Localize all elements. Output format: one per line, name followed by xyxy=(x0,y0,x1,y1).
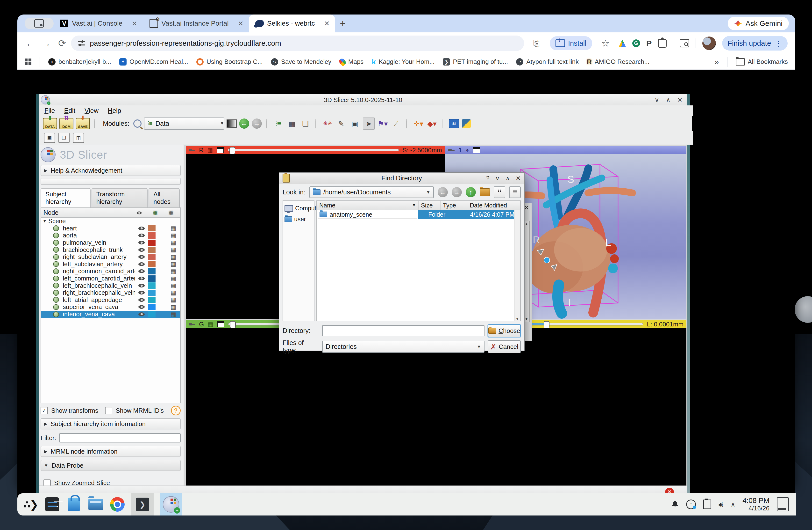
node-row[interactable]: right_subclavian_artery▦ xyxy=(41,253,180,261)
scroll-up-icon[interactable]: ▲ xyxy=(525,222,528,226)
visibility-eye-icon[interactable] xyxy=(135,277,148,280)
ruler-icon[interactable]: ⟋ xyxy=(391,118,402,129)
save-button[interactable]: ⬇SAVE xyxy=(76,118,90,129)
ask-gemini-button[interactable]: Ask Gemini xyxy=(728,17,789,30)
color-swatch[interactable] xyxy=(148,225,156,232)
new-folder-button[interactable] xyxy=(480,189,490,196)
node-row[interactable]: right_common_carotid_artery▦ xyxy=(41,268,180,275)
visibility-eye-icon[interactable] xyxy=(135,269,148,273)
scrollbar[interactable]: ▼ xyxy=(514,210,520,321)
slider-handle[interactable] xyxy=(230,147,235,154)
visibility-eye-icon[interactable] xyxy=(135,305,148,309)
node-row[interactable]: right_brachiocephalic_vein▦ xyxy=(41,289,180,296)
software-center-button[interactable] xyxy=(66,497,82,512)
annotate-pen-icon[interactable]: ✎ xyxy=(336,118,347,129)
file-row-anatomy-scene[interactable]: anatomy_scene Folder 4/16/26 4:07 PM xyxy=(317,210,520,219)
show-module-panel-icon[interactable]: ⫶≡ xyxy=(273,118,284,129)
color-swatch[interactable] xyxy=(148,297,156,303)
finish-update-button[interactable]: Finish update ⋮ xyxy=(722,36,787,51)
site-settings-icon[interactable] xyxy=(78,40,85,46)
file-list[interactable]: Name▼ Size Type Date Modified anatomy_sc… xyxy=(316,200,521,321)
close-icon[interactable]: ✕ xyxy=(524,204,529,211)
node-row[interactable]: superior_vena_cava▦ xyxy=(41,304,180,311)
visibility-eye-icon[interactable] xyxy=(135,298,148,302)
slider-handle[interactable] xyxy=(230,321,236,329)
visibility-eye-icon[interactable] xyxy=(135,234,148,237)
crosshair-icon[interactable]: ✛▾ xyxy=(413,118,424,129)
address-bar[interactable]: passenger-profession-representations-gig… xyxy=(71,36,524,51)
visibility-column-icon[interactable] xyxy=(132,209,146,217)
directory-input[interactable] xyxy=(322,325,484,336)
python-console-icon[interactable] xyxy=(462,119,471,128)
color-swatch[interactable] xyxy=(148,240,156,246)
color-swatch[interactable] xyxy=(148,304,156,310)
bookmark-kaggle[interactable]: kKaggle: Your Hom... xyxy=(372,58,435,66)
color-swatch[interactable] xyxy=(148,268,156,275)
window-layout-icon[interactable]: ▣ xyxy=(349,118,360,129)
scene-row[interactable]: ▼ Scene xyxy=(41,218,180,225)
tab-close-icon[interactable]: ✕ xyxy=(132,19,137,28)
app-launcher-button[interactable]: ∴❯ xyxy=(23,497,38,512)
show-desktop-button[interactable] xyxy=(777,497,789,511)
data-probe-section[interactable]: ▼ Data Probe xyxy=(41,460,181,471)
node-row[interactable]: left_atrial_appendage▦ xyxy=(41,296,180,304)
files-of-type-dropdown[interactable]: Directories ▼ xyxy=(322,341,484,353)
slice-view-menu-icon[interactable] xyxy=(217,321,224,327)
tab-transform-hierarchy[interactable]: Transform hierarchy xyxy=(91,188,148,207)
load-data-button[interactable]: ⬆DATA xyxy=(43,118,57,129)
colors-flag-icon[interactable]: ⚑▾ xyxy=(377,118,388,129)
volume-icon[interactable]: 🔊︎ xyxy=(719,500,723,509)
red-slice-slider[interactable] xyxy=(228,149,398,151)
grammarly-extension-icon[interactable]: G xyxy=(632,39,640,47)
close-icon[interactable]: ✕ xyxy=(516,175,521,182)
menu-edit[interactable]: Edit xyxy=(64,107,76,115)
tab-vast-portal[interactable]: Vast.ai Instance Portal ✕ xyxy=(143,14,249,32)
clock[interactable]: 4:08 PM 4/16/26 xyxy=(742,497,769,512)
place-user[interactable]: user xyxy=(283,214,314,225)
node-row[interactable]: heart▦ xyxy=(41,225,180,232)
mrml-node-information-section[interactable]: ▶ MRML node information xyxy=(41,446,181,457)
expanded-arrow-icon[interactable]: ▼ xyxy=(41,219,48,224)
bookmark-maps[interactable]: Maps xyxy=(339,58,364,66)
compare-view-icon[interactable]: ◫ xyxy=(73,133,84,143)
all-bookmarks-button[interactable]: All Bookmarks xyxy=(736,58,788,66)
column-type[interactable]: Type xyxy=(440,201,467,210)
pin-icon[interactable] xyxy=(448,149,454,152)
color-swatch[interactable] xyxy=(148,247,156,253)
back-button[interactable]: ← xyxy=(23,38,37,48)
notifications-bell-icon[interactable]: 🔔︎ xyxy=(671,500,679,509)
layout-cube-icon[interactable]: ▦ xyxy=(287,118,298,129)
tab-all-nodes[interactable]: All nodes xyxy=(148,188,180,207)
red-slice-controls[interactable]: R ▦ S: -2.5000mm xyxy=(186,146,445,154)
extensions-puzzle-icon[interactable] xyxy=(658,39,667,47)
transform-grid-icon[interactable]: ▦ xyxy=(166,246,180,253)
subject-hierarchy-tree[interactable]: ▼ Scene heart▦ aorta▦ pulmonary_vein▦ br… xyxy=(41,218,181,403)
terminal-button[interactable]: ❯ xyxy=(131,493,154,516)
view-menu-icon[interactable] xyxy=(473,147,480,153)
module-forward-button[interactable]: → xyxy=(252,118,262,129)
transform-grid-icon[interactable]: ▦ xyxy=(166,275,180,282)
sh-item-information-section[interactable]: ▶ Subject hierarchy item information xyxy=(41,418,181,429)
up-directory-button[interactable]: ↑ xyxy=(466,187,476,197)
color-swatch[interactable] xyxy=(148,311,156,318)
choose-button[interactable]: Choose xyxy=(488,324,521,337)
visibility-eye-icon[interactable] xyxy=(135,312,148,316)
transform-grid-icon[interactable]: ▦ xyxy=(166,290,180,296)
column-name[interactable]: Name▼ xyxy=(317,201,419,210)
node-row[interactable]: left_common_carotid_artery▦ xyxy=(41,275,180,282)
color-swatch[interactable] xyxy=(148,282,156,289)
node-row[interactable]: brachiocephalic_trunk▦ xyxy=(41,246,180,253)
p-extension-icon[interactable]: P xyxy=(646,39,652,48)
fiducial-points-icon[interactable]: ✳✳ xyxy=(322,118,333,129)
profile-avatar[interactable] xyxy=(702,37,716,50)
node-row[interactable]: left_subclavian_artery▦ xyxy=(41,261,180,268)
node-row-selected[interactable]: inferior_vena_cava▦ xyxy=(41,311,180,318)
forward-button[interactable]: → xyxy=(39,38,53,48)
transform-grid-icon[interactable]: ▦ xyxy=(166,268,180,275)
slice-view-menu-icon[interactable] xyxy=(217,147,224,153)
show-mrml-ids-checkbox[interactable] xyxy=(105,407,112,414)
transform-grid-icon[interactable]: ▦ xyxy=(166,261,180,267)
transform-grid-icon[interactable]: ▦ xyxy=(166,304,180,310)
menu-help[interactable]: Help xyxy=(108,107,121,115)
module-search-icon[interactable] xyxy=(133,120,142,128)
